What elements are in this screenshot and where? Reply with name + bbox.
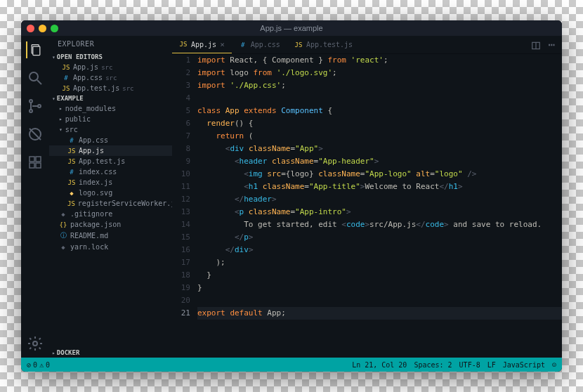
sidebar: EXPLORER ▾OPEN EDITORS JSApp.js src#App.… (49, 36, 172, 358)
search-icon[interactable] (27, 70, 44, 86)
file-icon: JS (294, 41, 303, 48)
code-line[interactable]: <h1 className="App-title">Welcome to Rea… (197, 181, 562, 193)
encoding-status[interactable]: UTF-8 (459, 361, 480, 369)
tree-item[interactable]: #App.css (49, 135, 172, 145)
file-name: App.css (73, 74, 103, 81)
tree-item[interactable]: ⓘREADME.md (49, 230, 172, 242)
tree-item[interactable]: JSApp.js (49, 145, 172, 156)
code-line[interactable]: } (197, 269, 562, 282)
file-name: index.css (79, 168, 117, 176)
language-status[interactable]: JavaScript (503, 361, 545, 369)
code-line[interactable]: </header> (197, 193, 562, 206)
editor-tab[interactable]: JSApp.js× (172, 36, 232, 53)
explorer-icon[interactable] (26, 41, 43, 58)
svg-line-3 (37, 80, 41, 84)
file-icon: JS (67, 158, 76, 165)
svg-rect-10 (36, 157, 41, 162)
tree-item[interactable]: ▾src (49, 124, 172, 135)
tab-label: App.test.js (306, 41, 353, 48)
tree-item[interactable]: #index.css (49, 166, 172, 177)
tab-bar: JSApp.js×#App.cssJSApp.test.js⋯ (172, 36, 562, 54)
file-desc: src (122, 85, 133, 92)
sidebar-title: EXPLORER (49, 36, 172, 52)
tree-item[interactable]: ◆.gitignore (49, 209, 172, 219)
code-line[interactable]: <p className="App-intro"> (197, 206, 562, 218)
file-name: public (65, 115, 91, 123)
open-editors-section[interactable]: ▾OPEN EDITORS (49, 52, 172, 62)
file-icon: JS (67, 200, 75, 207)
file-desc: src (105, 74, 117, 81)
tree-item[interactable]: ▸node_modules (49, 103, 172, 114)
tree-item[interactable]: JSApp.test.js (49, 156, 172, 166)
editor-tab[interactable]: JSApp.test.js (287, 36, 360, 53)
code-line[interactable]: ); (197, 256, 562, 269)
svg-point-5 (30, 110, 32, 112)
close-icon[interactable]: × (220, 40, 225, 49)
file-name: App.test.js (79, 157, 125, 165)
editor-tab[interactable]: #App.css (232, 36, 287, 53)
project-section[interactable]: ▾EXAMPLE (49, 93, 172, 103)
warning-icon: ⚠ (39, 361, 44, 369)
code-editor[interactable]: 123456789101112131415161718192021 import… (172, 54, 562, 358)
code-line[interactable]: render() { (197, 117, 562, 130)
tree-item[interactable]: {}package.json (49, 219, 172, 230)
code-line[interactable]: import './App.css'; (197, 79, 562, 92)
file-icon: # (67, 169, 76, 176)
code-line[interactable]: import logo from './logo.svg'; (197, 67, 562, 79)
docker-section[interactable]: ▸DOCKER (49, 348, 172, 358)
open-editor-item[interactable]: JSApp.test.js src (49, 83, 172, 93)
svg-point-2 (30, 72, 38, 81)
cursor-position[interactable]: Ln 21, Col 20 (352, 361, 407, 369)
file-icon: JS (67, 148, 76, 155)
more-icon[interactable]: ⋯ (548, 38, 555, 51)
svg-point-4 (30, 100, 32, 103)
file-desc: src (101, 64, 112, 71)
feedback-icon[interactable]: ☺ (552, 361, 556, 369)
code-line[interactable]: To get started, edit <code>src/App.js</c… (197, 218, 562, 231)
file-icon: JS (62, 64, 70, 71)
eol-status[interactable]: LF (487, 361, 496, 369)
file-name: node_modules (65, 105, 116, 112)
extensions-icon[interactable] (27, 154, 44, 171)
settings-icon[interactable] (27, 335, 44, 352)
file-name: package.json (70, 221, 121, 228)
code-line[interactable] (197, 92, 562, 105)
chevron-icon: ▸ (59, 105, 63, 112)
file-icon: ◆ (59, 244, 67, 251)
file-name: App.test.js (73, 84, 119, 92)
file-icon: ◆ (59, 211, 67, 218)
tab-label: App.js (191, 41, 216, 48)
svg-rect-12 (36, 163, 41, 168)
titlebar[interactable]: App.js — example (21, 20, 562, 36)
tab-label: App.css (251, 41, 280, 48)
tree-item[interactable]: ◆yarn.lock (49, 242, 172, 252)
open-editor-item[interactable]: #App.css src (49, 72, 172, 83)
tree-item[interactable]: JSindex.js (49, 177, 172, 188)
tree-item[interactable]: ◆logo.svg (49, 188, 172, 198)
split-editor-icon[interactable] (531, 40, 541, 50)
code-line[interactable]: } (197, 282, 562, 294)
code-line[interactable]: </p> (197, 231, 562, 244)
tree-item[interactable]: ▸public (49, 114, 172, 124)
chevron-down-icon: ▾ (52, 54, 55, 60)
code-line[interactable]: <img src={logo} className="App-logo" alt… (197, 168, 562, 181)
code-line[interactable]: export default App; (197, 307, 562, 320)
code-line[interactable]: return ( (197, 130, 562, 143)
svg-rect-9 (30, 157, 34, 162)
tree-item[interactable]: JSregisterServiceWorker.js (49, 198, 172, 209)
source-control-icon[interactable] (27, 98, 44, 115)
code-line[interactable]: import React, { Component } from 'react'… (197, 54, 562, 67)
code-line[interactable]: <div className="App"> (197, 143, 562, 155)
file-icon: JS (62, 85, 70, 92)
debug-icon[interactable] (27, 126, 44, 143)
chevron-icon: ▾ (59, 126, 63, 133)
problems-status[interactable]: ⊘0⚠0 (27, 361, 50, 369)
code-line[interactable]: <header className="App-header"> (197, 155, 562, 168)
code-line[interactable] (197, 294, 562, 307)
indent-status[interactable]: Spaces: 2 (414, 361, 452, 369)
open-editor-item[interactable]: JSApp.js src (49, 62, 172, 72)
code-line[interactable]: </div> (197, 244, 562, 256)
file-icon: # (67, 137, 76, 144)
code-content[interactable]: import React, { Component } from 'react'… (197, 54, 562, 358)
code-line[interactable]: class App extends Component { (197, 105, 562, 117)
